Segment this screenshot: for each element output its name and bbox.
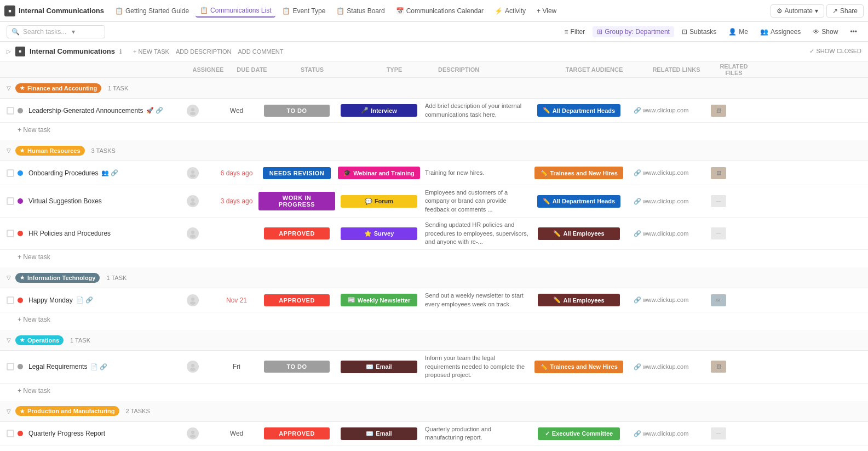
task-related-files[interactable]: 🖼 xyxy=(697,361,740,373)
task-assignee[interactable] xyxy=(171,195,215,207)
task-checkbox[interactable] xyxy=(7,107,14,115)
task-assignee[interactable] xyxy=(171,361,215,373)
task-audience[interactable]: ✏️ Trainees and New Hires xyxy=(532,361,625,373)
add-task-button[interactable]: + New task xyxy=(18,316,861,323)
task-audience[interactable]: ✓ Executive Committee xyxy=(532,427,625,440)
share-button[interactable]: ↗ Share xyxy=(826,4,864,18)
type-icon: 🎓 xyxy=(343,169,351,176)
group-collapse-production[interactable]: ▽ xyxy=(7,408,11,414)
task-audience[interactable]: ✏️ All Department Heads xyxy=(532,195,625,208)
table-row[interactable]: Happy Monday 📄🔗 Nov 21 APPROVED 📰 Weekly… xyxy=(0,288,868,312)
type-label: Forum xyxy=(375,198,393,204)
add-task-button[interactable]: + New task xyxy=(18,126,861,134)
breadcrumb-title: Internal Communications xyxy=(30,47,115,55)
task-assignee[interactable] xyxy=(171,427,215,439)
link-url: www.clickup.com xyxy=(643,363,689,370)
add-description-button[interactable]: ADD DESCRIPTION xyxy=(176,48,231,55)
table-row[interactable]: HR Policies and Procedures APPROVED ⭐ Su… xyxy=(0,218,868,250)
task-type[interactable]: 📰 Weekly Newsletter xyxy=(335,294,423,306)
task-status[interactable]: TO DO xyxy=(258,361,335,373)
table-row[interactable]: Legal Requirements 📄🔗 Fri TO DO ✉️ Email… xyxy=(0,351,868,383)
task-type[interactable]: 🎓 Webinar and Training xyxy=(335,167,423,179)
group-collapse-operations[interactable]: ▽ xyxy=(7,337,11,343)
tab-status-board[interactable]: 📋 Status Board xyxy=(332,5,389,17)
automate-button[interactable]: ⚙ Automate ▾ xyxy=(771,4,824,18)
task-related-files[interactable]: 🖼 xyxy=(697,167,740,179)
task-checkbox[interactable] xyxy=(7,363,14,370)
task-checkbox[interactable] xyxy=(7,296,14,304)
table-row[interactable]: Thank God it's Friday 💬🔗 3 days ago NEED… xyxy=(0,446,868,451)
task-type[interactable]: ⭐ Survey xyxy=(335,227,423,240)
task-description: Employees and customers of a company or … xyxy=(423,189,532,214)
main-content: ASSIGNEE DUE DATE STATUS TYPE DESCRIPTIO… xyxy=(0,61,868,451)
task-related-files[interactable]: — xyxy=(697,427,740,439)
task-checkbox[interactable] xyxy=(7,197,14,205)
task-audience[interactable]: ✏️ Trainees and New Hires xyxy=(532,167,625,179)
task-checkbox[interactable] xyxy=(7,169,14,177)
task-description: Add brief description of your internal c… xyxy=(423,102,532,119)
task-related-links[interactable]: 🔗 www.clickup.com xyxy=(625,107,697,114)
task-type[interactable]: ✉️ Email xyxy=(335,427,423,440)
task-related-links[interactable]: 🔗 www.clickup.com xyxy=(625,198,697,205)
table-row[interactable]: Leadership-Generated Announcements 🚀🔗 We… xyxy=(0,99,868,123)
task-related-links[interactable]: 🔗 www.clickup.com xyxy=(625,230,697,237)
tab-activity[interactable]: ⚡ Activity xyxy=(490,5,530,17)
task-type[interactable]: ✉️ Email xyxy=(335,361,423,373)
link-icon: 🔗 xyxy=(634,430,641,437)
group-collapse-hr[interactable]: ▽ xyxy=(7,147,11,153)
task-type[interactable]: 💬 Forum xyxy=(335,195,423,208)
task-audience[interactable]: ✏️ All Employees xyxy=(532,227,625,240)
task-status[interactable]: APPROVED xyxy=(258,427,335,439)
add-comment-button[interactable]: ADD COMMENT xyxy=(238,48,283,55)
group-icon: ★ xyxy=(20,147,25,153)
add-task-button[interactable]: + New task xyxy=(18,253,861,261)
subtasks-button[interactable]: ⊡ Subtasks xyxy=(677,26,721,37)
tab-comms-calendar[interactable]: 📅 Communications Calendar xyxy=(392,5,488,17)
table-row[interactable]: Virtual Suggestion Boxes 3 days ago WORK… xyxy=(0,185,868,218)
group-collapse-finance[interactable]: ▽ xyxy=(7,85,11,91)
eye-icon: 👁 xyxy=(813,28,819,36)
task-assignee[interactable] xyxy=(171,227,215,239)
task-related-files[interactable]: — xyxy=(697,195,740,207)
task-related-files[interactable]: ✉ xyxy=(697,294,740,306)
task-related-links[interactable]: 🔗 www.clickup.com xyxy=(625,363,697,370)
task-assignee[interactable] xyxy=(171,167,215,179)
filter-button[interactable]: ≡ Filter xyxy=(560,26,590,37)
task-checkbox[interactable] xyxy=(7,230,14,237)
task-assignee[interactable] xyxy=(171,294,215,306)
group-by-button[interactable]: ⊞ Group by: Department xyxy=(593,26,674,37)
task-audience[interactable]: ✏️ All Department Heads xyxy=(532,104,625,117)
task-icon: 🔗 xyxy=(111,169,118,176)
tab-getting-started[interactable]: 📋 Getting Started Guide xyxy=(111,5,193,17)
breadcrumb-collapse[interactable]: ▷ xyxy=(7,48,11,54)
search-input[interactable]: 🔍 Search tasks... ▾ xyxy=(7,25,105,38)
table-row[interactable]: Quarterly Progress Report Wed APPROVED ✉… xyxy=(0,422,868,446)
more-button[interactable]: ••• xyxy=(846,26,861,37)
task-checkbox[interactable] xyxy=(7,430,14,437)
task-related-links[interactable]: 🔗 www.clickup.com xyxy=(625,169,697,176)
task-related-links[interactable]: 🔗 www.clickup.com xyxy=(625,430,697,437)
task-related-links[interactable]: 🔗 www.clickup.com xyxy=(625,296,697,304)
logo-icon: ■ xyxy=(4,5,15,16)
task-status[interactable]: APPROVED xyxy=(258,294,335,306)
tab-event-type[interactable]: 📋 Event Type xyxy=(278,5,330,17)
show-button[interactable]: 👁 Show xyxy=(808,26,842,37)
task-status[interactable]: WORK IN PROGRESS xyxy=(258,192,335,210)
tab-comms-list[interactable]: 📋 Communications List xyxy=(196,4,275,18)
task-type[interactable]: 🎤 Interview xyxy=(335,104,423,117)
group-collapse-it[interactable]: ▽ xyxy=(7,275,11,281)
task-assignee[interactable] xyxy=(171,105,215,117)
table-row[interactable]: Onboarding Procedures 👥🔗 6 days ago NEED… xyxy=(0,161,868,185)
new-task-button[interactable]: + NEW TASK xyxy=(133,48,169,55)
task-status[interactable]: APPROVED xyxy=(258,227,335,239)
me-button[interactable]: 👤 Me xyxy=(724,26,752,37)
task-status[interactable]: TO DO xyxy=(258,105,335,117)
assignees-button[interactable]: 👥 Assignees xyxy=(756,26,805,37)
task-status[interactable]: NEEDS REVISION xyxy=(258,167,335,179)
task-related-files[interactable]: — xyxy=(697,227,740,239)
task-audience[interactable]: ✏️ All Employees xyxy=(532,294,625,306)
task-related-files[interactable]: 🖼 xyxy=(697,105,740,117)
tab-view[interactable]: + View xyxy=(532,5,561,17)
add-task-button[interactable]: + New task xyxy=(18,387,861,395)
show-closed-button[interactable]: ✓ SHOW CLOSED xyxy=(809,48,861,55)
